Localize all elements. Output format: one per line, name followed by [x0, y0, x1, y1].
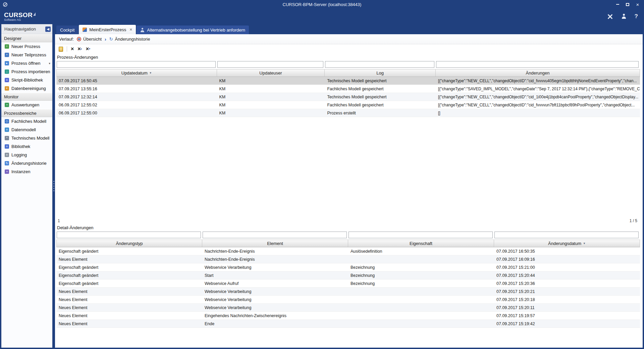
- sidebar-item-technisches-modell[interactable]: * Technisches Modell: [1, 134, 52, 142]
- sidebar-item-datenmodell[interactable]: ≡ Datenmodell: [1, 126, 52, 134]
- section-header-designer[interactable]: Designer: [1, 34, 52, 42]
- tools-icon[interactable]: [607, 13, 613, 19]
- cell-eigenschaft: Auslösedefinition: [348, 247, 494, 255]
- table-row[interactable]: Neues Element Ende 07.09.2017 15:19:42: [56, 320, 640, 328]
- column-header-log[interactable]: Log: [325, 69, 436, 77]
- breadcrumb-label: Verlauf:: [59, 37, 74, 42]
- filter-input-eigenschaft[interactable]: [348, 232, 493, 238]
- breadcrumb-separator-icon: ›: [105, 37, 106, 42]
- close-button[interactable]: ×: [633, 1, 643, 8]
- cell-element: Webservice Verarbeitung: [202, 263, 348, 271]
- sidebar: Hauptnavigation ◀ Designer + Neuer Proze…: [1, 24, 52, 348]
- user-settings-icon[interactable]: [621, 14, 627, 19]
- cell-element: Nachrichten-Ende-Ereignis: [202, 247, 348, 255]
- table-row[interactable]: 07.09.2017 13:55:16 KM Fachliches Modell…: [56, 85, 640, 93]
- content-area: Verlauf: Übersicht › ↻ Änderungshistorie: [55, 34, 643, 348]
- column-header-updatedatum[interactable]: Updatedatum ▼: [56, 69, 217, 77]
- sidebar-item-aenderungshistorie[interactable]: ↻ Änderungshistorie: [1, 159, 52, 167]
- minimize-button[interactable]: [612, 1, 623, 8]
- tab-close-icon[interactable]: ×: [129, 27, 132, 32]
- tab-mein-erster-prozess[interactable]: MeinErsterProzess ×: [79, 25, 136, 34]
- sidebar-item-neuer-teilprozess[interactable]: + Neuer Teilprozess: [1, 51, 52, 59]
- sidebar-splitter[interactable]: [52, 24, 55, 348]
- filter-input-aenderungsdatum[interactable]: [494, 232, 639, 238]
- import-process-icon: ↓: [5, 69, 9, 74]
- sidebar-item-bibliothek[interactable]: ≡ Bibliothek: [1, 142, 52, 151]
- section-header-monitor[interactable]: Monitor: [1, 93, 52, 101]
- sidebar-item-fachliches-modell[interactable]: ◇ Fachliches Modell: [1, 117, 52, 126]
- cell-log: Prozess erstellt: [325, 109, 436, 117]
- column-header-aenderungsdatum[interactable]: Änderungsdatum ▼: [494, 240, 640, 247]
- table-row[interactable]: Eigenschaft geändert Webservice Verarbei…: [56, 263, 640, 271]
- filter-input-element[interactable]: [203, 232, 347, 238]
- section-header-prozessbereiche[interactable]: Prozessbereiche: [1, 109, 52, 117]
- cell-eigenschaft: Bezeichnung: [348, 271, 494, 279]
- cell-aenderungsdatum: 07.09.2017 15:20:44: [494, 271, 640, 279]
- log-export-icon[interactable]: [59, 47, 63, 52]
- cell-eigenschaft: Bezeichnung: [348, 280, 494, 287]
- sidebar-item-prozess-importieren[interactable]: ↓ Prozess importieren: [1, 67, 52, 76]
- sidebar-item-skript-bibliothek[interactable]: ≡ Skript-Bibliothek: [1, 76, 52, 84]
- tab-cockpit[interactable]: Cockpit: [56, 26, 78, 34]
- cell-updatedatum: 06.09.2017 12:55:00: [56, 109, 217, 117]
- cell-eigenschaft: Bezeichnung: [348, 263, 494, 271]
- table-row[interactable]: 06.09.2017 12:55:02 KM Fachliches Modell…: [56, 101, 640, 109]
- table-row[interactable]: Eigenschaft geändert Webservice Aufruf B…: [56, 280, 640, 288]
- filter-input-aenderungstyp[interactable]: [57, 232, 201, 238]
- column-header-updateuser[interactable]: Updateuser: [217, 69, 325, 77]
- tab-alternativangebotserstellung[interactable]: Alternativangebotserstellung bei Vertrie…: [137, 26, 249, 34]
- column-header-eigenschaft[interactable]: Eigenschaft: [348, 240, 494, 247]
- dropdown-caret-icon[interactable]: ▾: [49, 62, 50, 65]
- cell-aenderungsdatum: 07.09.2017 15:20:36: [494, 280, 640, 287]
- sidebar-item-prozess-oeffnen[interactable]: ▸ Prozess öffnen ▾: [1, 59, 52, 67]
- table-row[interactable]: Eigenschaft geändert Nachrichten-Ende-Er…: [56, 247, 640, 255]
- table-row[interactable]: Neues Element Webservice Verarbeitung 07…: [56, 296, 640, 304]
- table-row[interactable]: Neues Element Webservice Verarbeitung 07…: [56, 288, 640, 296]
- clear-all-filters-icon[interactable]: ×▾: [86, 46, 90, 52]
- reports-icon: ▪: [5, 103, 9, 107]
- filter-input-aenderungen[interactable]: [436, 61, 639, 68]
- table-row[interactable]: 07.09.2017 16:50:45 KM Technisches Model…: [56, 77, 640, 85]
- filter-input-log[interactable]: [325, 61, 434, 68]
- column-header-element[interactable]: Element: [202, 240, 348, 247]
- filter-input-updateuser[interactable]: [217, 61, 324, 68]
- sidebar-collapse-button[interactable]: ◀: [45, 27, 51, 32]
- table-row[interactable]: 07.09.2017 12:32:14 KM Technisches Model…: [56, 93, 640, 101]
- maximize-button[interactable]: [623, 1, 633, 8]
- sidebar-item-datenbereinigung[interactable]: × Datenbereinigung: [1, 84, 52, 93]
- cell-aenderungsdatum: 07.09.2017 15:21:00: [494, 263, 640, 271]
- history-icon: ↻: [109, 37, 113, 41]
- breadcrumb-item-aenderungshistorie[interactable]: ↻ Änderungshistorie: [109, 37, 150, 42]
- cell-aenderungen: [{"changeType":"NEW_CELL","changedObject…: [436, 77, 640, 85]
- cell-element: Webservice Verarbeitung: [202, 296, 348, 303]
- cell-aenderungen: []: [436, 109, 640, 117]
- instances-icon: ▪: [5, 169, 9, 174]
- table-row[interactable]: 06.09.2017 12:55:00 KM Prozess erstellt …: [56, 109, 640, 117]
- cell-aenderungsdatum: 07.09.2017 15:20:11: [494, 304, 640, 311]
- cell-aenderungstyp: Eigenschaft geändert: [56, 280, 202, 287]
- sidebar-item-logging[interactable]: ≡ Logging: [1, 151, 52, 159]
- process-changes-section: Prozess-Änderungen Updatedatum ▼: [55, 54, 643, 224]
- sidebar-item-auswertungen[interactable]: ▪ Auswertungen: [1, 101, 52, 109]
- brand-mark-icon: [33, 12, 36, 16]
- process-changes-pagination: 1 1 / 5: [56, 217, 640, 224]
- table-row[interactable]: Eigenschaft geändert Start Bezeichnung 0…: [56, 271, 640, 280]
- breadcrumb-item-uebersicht[interactable]: Übersicht: [77, 37, 102, 42]
- cell-aenderungsdatum: 07.09.2017 15:20:21: [494, 288, 640, 295]
- table-row[interactable]: Neues Element Eingehendes Nachrichten-Zw…: [56, 312, 640, 320]
- column-header-aenderungstyp[interactable]: Änderungstyp: [56, 240, 202, 247]
- new-process-icon: +: [5, 44, 9, 49]
- sidebar-item-neuer-prozess[interactable]: + Neuer Prozess: [1, 42, 52, 51]
- cell-eigenschaft: [348, 304, 494, 311]
- sidebar-item-instanzen[interactable]: ▪ Instanzen: [1, 167, 52, 176]
- table-row[interactable]: Neues Element Nachrichten-Ende-Ereignis …: [56, 255, 640, 263]
- cell-aenderungstyp: Neues Element: [56, 255, 202, 263]
- table-row[interactable]: Neues Element Webservice Verarbeitung 07…: [56, 304, 640, 312]
- new-subprocess-icon: +: [5, 53, 9, 57]
- help-icon[interactable]: ?: [635, 13, 638, 20]
- delete-icon[interactable]: ×: [71, 46, 74, 52]
- clear-filter-icon[interactable]: ×▸: [77, 46, 82, 52]
- process-changes-title: Prozess-Änderungen: [56, 54, 640, 60]
- filter-input-updatedatum[interactable]: [57, 61, 216, 68]
- column-header-aenderungen[interactable]: Änderungen: [436, 69, 640, 77]
